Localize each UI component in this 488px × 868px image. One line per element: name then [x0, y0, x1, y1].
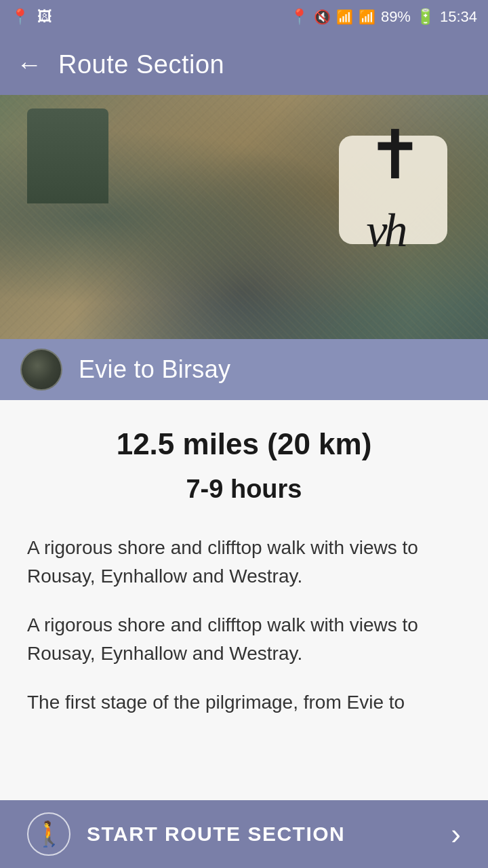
- description-block-3: The first stage of the pilgrimage, from …: [27, 688, 461, 717]
- route-avatar: [20, 349, 62, 391]
- description-text-1: A rigorous shore and clifftop walk with …: [27, 534, 461, 591]
- status-left-icons: 📍 🖼: [11, 8, 52, 26]
- description-text-3: The first stage of the pilgrimage, from …: [27, 688, 461, 717]
- start-route-button[interactable]: 🚶 START ROUTE SECTION ›: [0, 800, 488, 868]
- chevron-right-icon: ›: [451, 817, 461, 851]
- location-service-icon: 📍: [290, 8, 308, 26]
- cliff-shape: [27, 108, 108, 203]
- back-button[interactable]: ←: [16, 52, 42, 77]
- description-block-1: A rigorous shore and clifftop walk with …: [27, 534, 461, 591]
- description-block-2: A rigorous shore and clifftop walk with …: [27, 611, 461, 668]
- signal-icon: 📶: [359, 9, 375, 25]
- hero-image: ✝vh: [0, 95, 488, 339]
- page-title: Route Section: [58, 50, 224, 79]
- status-right-info: 📍 🔇 📶 📶 89% 🔋 15:34: [290, 8, 477, 26]
- status-bar: 📍 🖼 📍 🔇 📶 📶 89% 🔋 15:34: [0, 0, 488, 34]
- start-button-left: 🚶 START ROUTE SECTION: [27, 812, 345, 856]
- walker-icon: 🚶: [34, 820, 64, 848]
- waymark-symbol: ✝vh: [367, 122, 420, 258]
- route-distance: 12.5 miles (20 km): [27, 427, 461, 461]
- route-name: Evie to Birsay: [79, 355, 230, 384]
- wifi-icon: 📶: [336, 9, 353, 25]
- waymark-sign: ✝vh: [339, 136, 447, 244]
- battery-icon: 🔋: [416, 8, 434, 26]
- start-button-label: START ROUTE SECTION: [87, 823, 345, 846]
- route-duration: 7-9 hours: [27, 475, 461, 504]
- location-icon: 📍: [11, 8, 29, 26]
- route-banner: Evie to Birsay: [0, 339, 488, 400]
- image-icon: 🖼: [37, 8, 52, 26]
- mute-icon: 🔇: [314, 9, 331, 25]
- app-bar: ← Route Section: [0, 34, 488, 95]
- description-text-2: A rigorous shore and clifftop walk with …: [27, 611, 461, 668]
- clock: 15:34: [440, 8, 477, 26]
- walker-circle: 🚶: [27, 812, 70, 856]
- battery-percent: 89%: [381, 8, 411, 26]
- route-content: 12.5 miles (20 km) 7-9 hours A rigorous …: [0, 400, 488, 818]
